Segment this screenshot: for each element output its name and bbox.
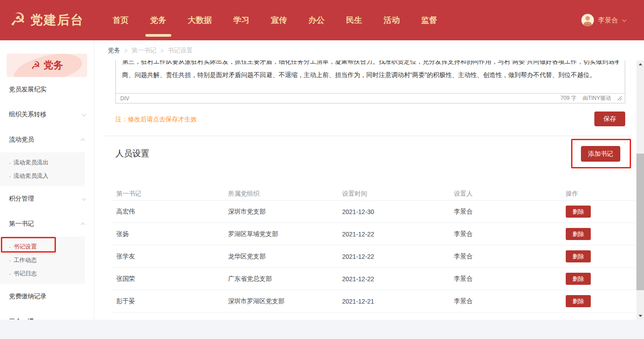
resize-grip-icon[interactable] bbox=[617, 96, 622, 101]
chevron-up-icon bbox=[80, 138, 85, 142]
party-emblem-icon: ☭ bbox=[31, 60, 41, 71]
cell-setter: 李景合 bbox=[454, 230, 566, 238]
cell-name: 张国荣 bbox=[112, 275, 228, 283]
nav-item-livelihood[interactable]: 民生 bbox=[345, 0, 363, 40]
breadcrumb: 党务 > 第一书记 > 书记设置 bbox=[94, 40, 644, 60]
people-section-title: 人员设置 bbox=[115, 146, 149, 159]
top-header: ☭ 党建后台 首页 党务 大数据 学习 宣传 办公 民生 活动 监督 李景合 bbox=[0, 0, 644, 40]
sidebar-item-dues-record[interactable]: 党费缴纳记录 bbox=[0, 284, 94, 309]
sidebar-item-first-secretary[interactable]: 第一书记 bbox=[0, 211, 94, 236]
scroll-down-button[interactable] bbox=[636, 312, 644, 320]
delete-button[interactable]: 删除 bbox=[566, 295, 591, 307]
editor-word-count: 709 字 bbox=[560, 94, 576, 102]
main-content: 党务 > 第一书记 > 书记设置 第三，驻村工作队要从派驻村实际出发，抓住主要矛… bbox=[94, 40, 644, 320]
table-row: 张扬 罗湖区草埔党支部 2021-12-22 李景合 删除 bbox=[112, 223, 635, 245]
sidebar-item-mobile-in[interactable]: ·流动党员流入 bbox=[0, 169, 85, 183]
cell-setter: 李景合 bbox=[454, 297, 566, 305]
sidebar: ☭ 党务 党员发展纪实 组织关系转移 流动党员 ·流动党员流出 ·流动 bbox=[0, 40, 94, 320]
table-row: 张学友 龙华区党支部 2021-12-22 李景合 删除 bbox=[112, 245, 635, 268]
cell-org: 龙华区党支部 bbox=[228, 253, 342, 261]
nav-item-study[interactable]: 学习 bbox=[233, 0, 250, 40]
cell-date: 2021-12-22 bbox=[342, 231, 454, 238]
app-root: ☭ 党建后台 首页 党务 大数据 学习 宣传 办公 民生 活动 监督 李景合 bbox=[0, 0, 644, 339]
editor-status-bar: DIV 709 字 由TINY驱动 bbox=[116, 93, 625, 103]
nav-item-activity[interactable]: 活动 bbox=[383, 0, 401, 40]
col-header-org: 所属党组织 bbox=[228, 190, 342, 198]
scrollbar-thumb[interactable] bbox=[636, 154, 644, 290]
sidebar-banner-label: 党务 bbox=[43, 59, 63, 72]
chevron-down-icon bbox=[82, 112, 86, 116]
cell-setter: 李景合 bbox=[454, 253, 566, 261]
editor-powered-by: 由TINY驱动 bbox=[583, 94, 611, 102]
app-logo[interactable]: ☭ 党建后台 bbox=[10, 11, 84, 29]
cell-setter: 李景合 bbox=[454, 208, 566, 216]
table-row: 张国荣 广东省党总支部 2021-12-22 李景合 删除 bbox=[112, 268, 635, 290]
col-header-set-time: 设置时间 bbox=[342, 190, 454, 198]
chevron-down-icon bbox=[622, 17, 627, 22]
party-emblem-icon: ☭ bbox=[10, 10, 26, 28]
chevron-down-icon bbox=[82, 196, 86, 201]
editor-content[interactable]: 第三，驻村工作队要从派驻村实际出发，抓住主要矛盾，细化任务分工清单，凝聚帮扶合力… bbox=[116, 60, 625, 93]
section-divider bbox=[105, 136, 631, 136]
delete-button[interactable]: 删除 bbox=[566, 273, 591, 285]
sidebar-item-secretary-settings[interactable]: ·书记设置 bbox=[0, 240, 85, 253]
breadcrumb-separator: > bbox=[161, 47, 164, 54]
secretary-table: 第一书记 所属党组织 设置时间 设置人 操作 高宏伟 深圳市党支部 2021-1… bbox=[112, 188, 635, 313]
breadcrumb-secretary-settings[interactable]: 书记设置 bbox=[168, 47, 193, 55]
scroll-region: 第三，驻村工作队要从派驻村实际出发，抓住主要矛盾，细化任务分工清单，凝聚帮扶合力… bbox=[94, 60, 644, 320]
page-footer bbox=[0, 320, 644, 339]
cell-org: 广东省党总支部 bbox=[228, 275, 342, 283]
cell-date: 2021-12-22 bbox=[342, 275, 454, 283]
sidebar-banner: ☭ 党务 bbox=[7, 54, 87, 77]
cell-setter: 李景合 bbox=[454, 275, 566, 283]
table-row: 高宏伟 深圳市党支部 2021-12-30 李景合 删除 bbox=[112, 201, 635, 223]
sidebar-submenu-first-secretary: ·书记设置 ·工作动态 ·书记日志 bbox=[0, 236, 85, 284]
cell-org: 深圳市党支部 bbox=[228, 208, 342, 216]
save-button[interactable]: 保存 bbox=[594, 112, 625, 126]
cell-date: 2021-12-21 bbox=[342, 298, 454, 305]
main-nav: 首页 党务 大数据 学习 宣传 办公 民生 活动 监督 bbox=[112, 0, 438, 40]
sidebar-item-points-management[interactable]: 积分管理 bbox=[0, 186, 94, 211]
sidebar-submenu-mobile-members: ·流动党员流出 ·流动党员流入 bbox=[0, 152, 85, 186]
nav-item-bigdata[interactable]: 大数据 bbox=[187, 0, 213, 40]
chevron-up-icon bbox=[80, 222, 85, 227]
editor-element-path: DIV bbox=[120, 95, 129, 102]
delete-button[interactable]: 删除 bbox=[566, 250, 591, 262]
nav-item-office[interactable]: 办公 bbox=[308, 0, 326, 40]
sidebar-item-clipped[interactable]: 三会一课 bbox=[0, 309, 94, 320]
sidebar-item-member-development[interactable]: 党员发展纪实 bbox=[0, 77, 94, 102]
save-note: 注：修改后请点击保存才生效 bbox=[115, 112, 197, 124]
editor-line-2: 商、问题共解、责任共担，特别是面对矛盾问题不回避、不退缩，主动上前、担当作为，同… bbox=[122, 68, 619, 82]
nav-item-dangwu[interactable]: 党务 bbox=[149, 0, 167, 40]
delete-button[interactable]: 删除 bbox=[566, 206, 591, 218]
scroll-up-button[interactable] bbox=[636, 60, 644, 68]
user-name: 李景合 bbox=[598, 16, 618, 25]
breadcrumb-separator: > bbox=[124, 47, 127, 54]
col-header-set-by: 设置人 bbox=[454, 190, 566, 198]
sidebar-item-mobile-members[interactable]: 流动党员 bbox=[0, 127, 94, 152]
cell-date: 2021-12-30 bbox=[342, 208, 454, 215]
cell-date: 2021-12-22 bbox=[342, 253, 454, 260]
nav-item-home[interactable]: 首页 bbox=[112, 0, 130, 40]
sidebar-item-work-trends[interactable]: ·工作动态 bbox=[0, 253, 85, 267]
user-menu[interactable]: 李景合 bbox=[581, 14, 625, 26]
cell-name: 张扬 bbox=[112, 230, 228, 238]
breadcrumb-first-secretary[interactable]: 第一书记 bbox=[131, 47, 157, 55]
vertical-scrollbar[interactable] bbox=[636, 60, 644, 320]
col-header-first-secretary: 第一书记 bbox=[112, 190, 228, 198]
nav-item-publicity[interactable]: 宣传 bbox=[270, 0, 288, 40]
cell-org: 罗湖区草埔党支部 bbox=[228, 230, 342, 238]
cell-name: 彭于晏 bbox=[112, 297, 228, 305]
nav-item-supervision[interactable]: 监督 bbox=[420, 0, 438, 40]
delete-button[interactable]: 删除 bbox=[566, 228, 591, 240]
col-header-actions: 操作 bbox=[566, 190, 635, 198]
cell-name: 高宏伟 bbox=[112, 208, 228, 216]
rich-text-editor: 第三，驻村工作队要从派驻村实际出发，抓住主要矛盾，细化任务分工清单，凝聚帮扶合力… bbox=[115, 60, 625, 103]
sidebar-item-mobile-out[interactable]: ·流动党员流出 bbox=[0, 156, 85, 169]
table-header: 第一书记 所属党组织 设置时间 设置人 操作 bbox=[112, 188, 635, 201]
breadcrumb-dangwu[interactable]: 党务 bbox=[108, 47, 120, 55]
cell-name: 张学友 bbox=[112, 253, 228, 261]
sidebar-item-org-relation-transfer[interactable]: 组织关系转移 bbox=[0, 102, 94, 127]
sidebar-item-secretary-log[interactable]: ·书记日志 bbox=[0, 267, 85, 280]
add-secretary-button[interactable]: 添加书记 bbox=[581, 146, 620, 162]
